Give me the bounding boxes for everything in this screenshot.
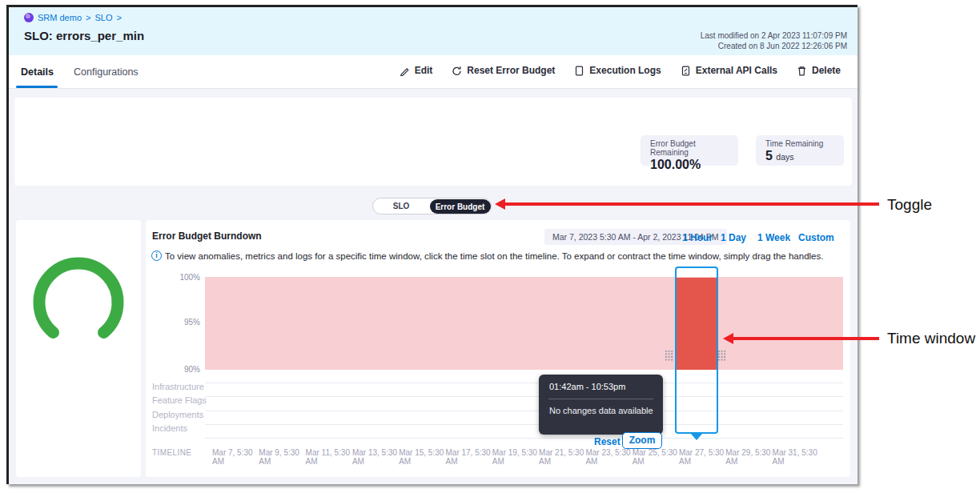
time-window-annotation-text: Time window: [887, 330, 975, 347]
breadcrumb-separator: >: [86, 13, 90, 22]
range-custom[interactable]: Custom: [798, 232, 834, 243]
info-icon: i: [151, 251, 162, 261]
error-budget-gauge: [16, 242, 141, 350]
row-label-deployments: Deployments: [152, 410, 203, 419]
zoom-button[interactable]: Zoom: [622, 432, 662, 449]
y-tick-90: 90%: [168, 365, 200, 374]
delete-label: Delete: [812, 65, 841, 76]
srm-logo-icon: [24, 13, 34, 22]
row-label-infrastructure: Infrastructure: [152, 382, 204, 391]
toggle-annotation-arrow: [504, 202, 879, 206]
time-window-fill: [677, 278, 717, 370]
breadcrumb-separator: >: [116, 13, 121, 22]
range-1-day[interactable]: 1 Day: [721, 232, 746, 243]
tooltip-divider: [548, 399, 653, 399]
reset-button[interactable]: Reset: [594, 436, 621, 447]
timestamps: Last modified on 2 Apr 2023 11:07:09 PM …: [701, 30, 847, 51]
x-tick: Mar 31, 5:30 AM: [773, 448, 819, 466]
tab-configurations[interactable]: Configurations: [74, 66, 139, 78]
y-tick-95: 95%: [168, 318, 200, 327]
pencil-icon: [400, 66, 410, 76]
x-tick: Mar 11, 5:30 AM: [306, 448, 352, 466]
x-tick: Mar 7, 5:30 AM: [212, 448, 259, 466]
timeline-ticks: Mar 7, 5:30 AM Mar 9, 5:30 AM Mar 11, 5:…: [212, 448, 819, 466]
x-tick: Mar 25, 5:30 AM: [633, 448, 679, 466]
time-window-pointer-icon: [691, 434, 702, 440]
burndown-title: Error Budget Burndown: [152, 230, 262, 242]
toggle-option-error-budget[interactable]: Error Budget: [430, 199, 491, 214]
page-title: SLO: errors_per_min: [24, 29, 144, 42]
range-1-week[interactable]: 1 Week: [757, 232, 790, 243]
row-label-incidents: Incidents: [152, 423, 187, 433]
execution-logs-button[interactable]: Execution Logs: [574, 65, 661, 76]
created-text: Created on 8 Jun 2022 12:26:06 PM: [701, 41, 847, 51]
tooltip-message: No changes data available: [549, 406, 653, 415]
delete-button[interactable]: Delete: [797, 65, 841, 76]
x-tick: Mar 27, 5:30 AM: [679, 448, 725, 466]
error-budget-remaining-stat-label: Error Budget Remaining: [650, 139, 729, 157]
edit-label: Edit: [415, 65, 433, 76]
error-budget-remaining-stat: Error Budget Remaining 100.00%: [641, 135, 738, 166]
time-remaining-stat-value: 5 days: [765, 149, 834, 163]
reset-error-budget-label: Reset Error Budget: [467, 65, 555, 76]
tab-details[interactable]: Details: [21, 66, 54, 78]
x-tick: Mar 21, 5:30 AM: [539, 448, 585, 466]
document-icon: [574, 66, 584, 76]
x-tick: Mar 19, 5:30 AM: [492, 448, 539, 466]
range-1-hour[interactable]: 1 Hour: [682, 232, 713, 243]
x-tick: Mar 9, 5:30 AM: [259, 448, 305, 466]
last-modified-text: Last modified on 2 Apr 2023 11:07:09 PM: [701, 30, 847, 41]
drag-handle-right[interactable]: [717, 350, 726, 361]
row-label-feature-flags: Feature Flags: [152, 395, 207, 405]
error-budget-remaining-stat-value: 100.00%: [650, 158, 729, 172]
breadcrumb-link-slo[interactable]: SLO: [94, 13, 112, 22]
x-tick: Mar 17, 5:30 AM: [445, 448, 492, 466]
time-remaining-stat: Time Remaining 5 days: [756, 135, 844, 166]
change-rows-area[interactable]: [205, 370, 843, 439]
trash-icon: [797, 66, 807, 76]
x-tick: Mar 23, 5:30 AM: [585, 448, 632, 466]
y-tick-100: 100%: [168, 273, 200, 282]
toggle-annotation-text: Toggle: [887, 196, 932, 214]
tooltip-time-range: 01:42am - 10:53pm: [549, 382, 625, 391]
time-window-selection[interactable]: [675, 267, 718, 434]
edit-button[interactable]: Edit: [400, 65, 433, 76]
timeline-label: TIMELINE: [152, 448, 191, 457]
reset-error-budget-button[interactable]: Reset Error Budget: [452, 65, 555, 76]
reset-icon: [452, 66, 462, 76]
breadcrumb: SRM demo > SLO >: [24, 13, 122, 22]
external-api-calls-button[interactable]: External API Calls: [681, 65, 777, 76]
screenshot-canvas: SRM demo > SLO > SLO: errors_per_min Las…: [0, 0, 980, 493]
execution-logs-label: Execution Logs: [589, 65, 661, 76]
error-budget-band[interactable]: [205, 277, 843, 370]
x-tick: Mar 15, 5:30 AM: [399, 448, 445, 466]
time-window-annotation-arrow: [733, 337, 879, 340]
x-tick: Mar 13, 5:30 AM: [352, 448, 399, 466]
active-tab-underline: [16, 86, 58, 88]
time-remaining-unit: days: [776, 152, 793, 162]
burndown-info-text: To view anomalies, metrics and logs for …: [165, 251, 823, 261]
time-remaining-stat-label: Time Remaining: [765, 139, 834, 148]
external-api-calls-label: External API Calls: [696, 65, 777, 76]
drag-handle-left[interactable]: [665, 350, 673, 361]
x-tick: Mar 29, 5:30 AM: [725, 448, 772, 466]
time-slot-tooltip: 01:42am - 10:53pm No changes data availa…: [539, 375, 663, 435]
slo-error-budget-toggle[interactable]: SLO Error Budget: [372, 198, 492, 214]
toggle-option-slo[interactable]: SLO: [373, 198, 429, 214]
document-external-icon: [681, 66, 691, 76]
action-bar: Edit Reset Error Budget Execution Logs E…: [400, 65, 841, 76]
breadcrumb-link-srm-demo[interactable]: SRM demo: [38, 13, 82, 22]
